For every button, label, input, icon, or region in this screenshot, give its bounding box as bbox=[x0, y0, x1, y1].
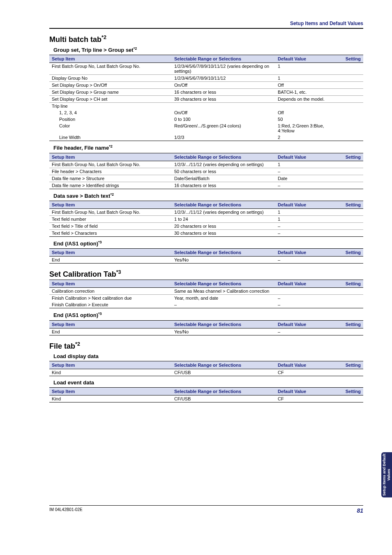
cell-default: 1 bbox=[275, 215, 332, 222]
cell-setting bbox=[332, 103, 363, 110]
cell-selections: Same as Meas channel > Calibration corre… bbox=[172, 288, 275, 295]
footer-doc-id: IM 04L42B01-02E bbox=[49, 507, 83, 514]
col-header-default: Default Value bbox=[275, 201, 332, 208]
cell-item: 1, 2, 3, 4 bbox=[49, 109, 172, 116]
cell-selections: Red/Green/.../S.green (24 colors) bbox=[172, 123, 275, 134]
cell-setting bbox=[332, 96, 363, 103]
cell-setting bbox=[332, 75, 363, 82]
cell-item: Set Display Group > CH set bbox=[49, 96, 172, 103]
cell-selections: 20 characters or less bbox=[172, 222, 275, 229]
table-row: Trip line bbox=[49, 103, 363, 110]
cell-item: Position bbox=[49, 116, 172, 123]
col-header-setting: Setting bbox=[332, 249, 363, 257]
cell-setting bbox=[332, 288, 363, 295]
table-row: EndYes/No– bbox=[49, 257, 363, 264]
subsection-heading: Load event data bbox=[53, 379, 363, 386]
cell-setting bbox=[332, 208, 363, 215]
cell-default: – bbox=[275, 295, 332, 302]
side-tab: Setup Items and Default Values bbox=[381, 452, 392, 497]
table-row: Data file name > StructureDate/Serial/Ba… bbox=[49, 175, 363, 182]
section-heading: Set Calibration Tab*3 bbox=[49, 269, 363, 279]
cell-selections: CF/USB bbox=[172, 395, 275, 402]
cell-setting bbox=[332, 134, 363, 141]
col-header-item: Setup Item bbox=[49, 280, 172, 288]
subsection-heading: End (/AS1 option)*3 bbox=[53, 240, 363, 247]
content-area: Multi batch tab*2Group set, Trip line > … bbox=[49, 35, 363, 402]
table-row: Finish Calibration > Next calibration du… bbox=[49, 295, 363, 302]
cell-item: Calibration correction bbox=[49, 288, 172, 295]
subsection-heading: File header, File name*2 bbox=[53, 144, 363, 151]
table-row: Text field > Characters30 characters or … bbox=[49, 229, 363, 236]
cell-selections: Yes/No bbox=[172, 257, 275, 264]
cell-item: Finish Calibration > Next calibration du… bbox=[49, 295, 172, 302]
cell-default: – bbox=[275, 257, 332, 264]
setup-table: Setup ItemSelectable Range or Selections… bbox=[49, 387, 363, 402]
cell-item: End bbox=[49, 257, 172, 264]
col-header-item: Setup Item bbox=[49, 320, 172, 328]
cell-item: Trip line bbox=[49, 103, 172, 110]
col-header-selections: Selectable Range or Selections bbox=[172, 387, 275, 395]
cell-setting bbox=[332, 229, 363, 236]
cell-default: 1 bbox=[275, 208, 332, 215]
cell-selections: 1/2/3 bbox=[172, 134, 275, 141]
table-row: Data file name > Identified strings16 ch… bbox=[49, 182, 363, 189]
cell-item: Text field number bbox=[49, 215, 172, 222]
col-header-selections: Selectable Range or Selections bbox=[172, 153, 275, 161]
table-row: Text field number1 to 241 bbox=[49, 215, 363, 222]
cell-item: First Batch Group No, Last Batch Group N… bbox=[49, 63, 172, 75]
col-header-selections: Selectable Range or Selections bbox=[172, 249, 275, 257]
cell-setting bbox=[332, 168, 363, 175]
cell-default: 2 bbox=[275, 134, 332, 141]
page-footer: IM 04L42B01-02E 81 bbox=[49, 505, 363, 514]
cell-setting bbox=[332, 215, 363, 222]
cell-default: – bbox=[275, 301, 332, 308]
cell-selections: 1/2/3/.../11/12 (varies depending on set… bbox=[172, 208, 275, 215]
col-header-item: Setup Item bbox=[49, 387, 172, 395]
cell-setting bbox=[332, 123, 363, 134]
cell-default: 1 bbox=[275, 63, 332, 75]
cell-setting bbox=[332, 161, 363, 168]
cell-item: Kind bbox=[49, 395, 172, 402]
table-row: Display Group No1/2/3/4/5/6/7/8/9/10/11/… bbox=[49, 75, 363, 82]
cell-item: Display Group No bbox=[49, 75, 172, 82]
cell-setting bbox=[332, 328, 363, 335]
table-row: 1, 2, 3, 4On/OffOff bbox=[49, 109, 363, 116]
cell-item: File header > Characters bbox=[49, 168, 172, 175]
cell-selections: 1/2/3/4/5/6/7/8/9/10/11/12 (varies depen… bbox=[172, 63, 275, 75]
col-header-setting: Setting bbox=[332, 201, 363, 208]
cell-setting bbox=[332, 109, 363, 116]
table-row: Set Display Group > On/OffOn/OffOff bbox=[49, 82, 363, 89]
cell-selections: – bbox=[172, 301, 275, 308]
col-header-item: Setup Item bbox=[49, 55, 172, 63]
cell-setting bbox=[332, 257, 363, 264]
cell-item: Kind bbox=[49, 369, 172, 376]
cell-selections: 0 to 100 bbox=[172, 116, 275, 123]
cell-default: Date bbox=[275, 175, 332, 182]
setup-table: Setup ItemSelectable Range or Selections… bbox=[49, 201, 363, 237]
table-row: First Batch Group No, Last Batch Group N… bbox=[49, 208, 363, 215]
cell-item: End bbox=[49, 328, 172, 335]
setup-table: Setup ItemSelectable Range or Selections… bbox=[49, 280, 363, 308]
section-heading: Multi batch tab*2 bbox=[49, 35, 363, 44]
setup-table: Setup ItemSelectable Range or Selections… bbox=[49, 320, 363, 335]
cell-default: CF bbox=[275, 369, 332, 376]
col-header-default: Default Value bbox=[275, 387, 332, 395]
table-row: KindCF/USBCF bbox=[49, 395, 363, 402]
table-row: Position0 to 10050 bbox=[49, 116, 363, 123]
cell-setting bbox=[332, 63, 363, 75]
cell-default: Off bbox=[275, 109, 332, 116]
cell-selections: 50 characters or less bbox=[172, 168, 275, 175]
cell-default bbox=[275, 288, 332, 295]
setup-table: Setup ItemSelectable Range or Selections… bbox=[49, 55, 363, 141]
cell-default: CF bbox=[275, 395, 332, 402]
cell-setting bbox=[332, 82, 363, 89]
section-heading: File tab*2 bbox=[49, 341, 363, 351]
col-header-item: Setup Item bbox=[49, 249, 172, 257]
cell-item: First Batch Group No, Last Batch Group N… bbox=[49, 208, 172, 215]
cell-selections: 16 characters or less bbox=[172, 89, 275, 96]
cell-default: Depends on the model. bbox=[275, 96, 332, 103]
col-header-selections: Selectable Range or Selections bbox=[172, 361, 275, 369]
table-row: KindCF/USBCF bbox=[49, 369, 363, 376]
cell-selections: 16 characters or less bbox=[172, 182, 275, 189]
cell-selections: Yes/No bbox=[172, 328, 275, 335]
